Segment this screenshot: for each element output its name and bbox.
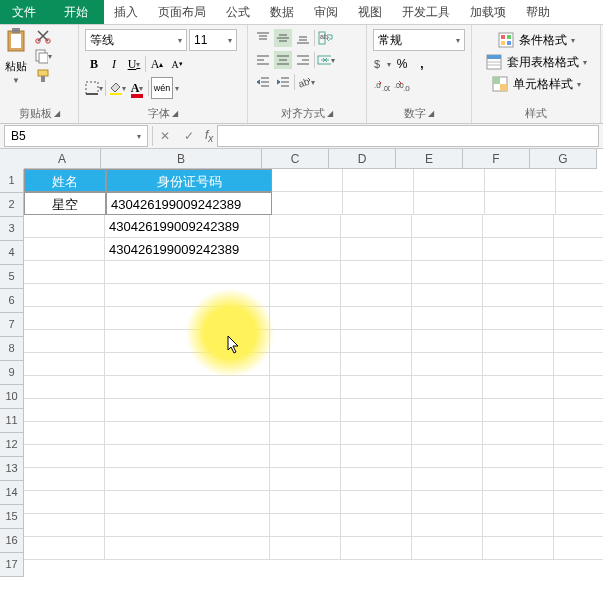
cell[interactable]	[24, 261, 105, 284]
cell[interactable]: 430426199009242389	[105, 215, 270, 238]
align-center-button[interactable]	[274, 51, 292, 69]
cell[interactable]: 430426199009242389	[106, 192, 272, 215]
cell[interactable]	[412, 422, 483, 445]
cell[interactable]	[341, 491, 412, 514]
cell[interactable]	[483, 261, 554, 284]
cell[interactable]	[24, 307, 105, 330]
cell[interactable]: 身份证号码	[106, 169, 272, 192]
cell[interactable]	[554, 422, 603, 445]
decrease-decimal-button[interactable]: .00.0	[393, 77, 411, 95]
cell[interactable]	[483, 445, 554, 468]
cell[interactable]	[341, 376, 412, 399]
cell[interactable]	[483, 307, 554, 330]
cell[interactable]	[341, 215, 412, 238]
cell[interactable]	[554, 284, 603, 307]
align-left-button[interactable]	[254, 51, 272, 69]
cell[interactable]	[105, 537, 270, 560]
cell[interactable]	[414, 169, 485, 192]
fx-icon[interactable]: fx	[201, 128, 217, 144]
cell[interactable]	[341, 307, 412, 330]
cell[interactable]	[412, 307, 483, 330]
row-header[interactable]: 2	[0, 193, 24, 217]
cell[interactable]	[412, 330, 483, 353]
row-header[interactable]: 16	[0, 529, 24, 553]
cell[interactable]	[483, 353, 554, 376]
cell[interactable]	[270, 238, 341, 261]
cell[interactable]	[341, 261, 412, 284]
cell[interactable]	[24, 399, 105, 422]
cell[interactable]	[105, 284, 270, 307]
cut-button[interactable]	[34, 27, 52, 45]
tab-data[interactable]: 数据	[260, 0, 304, 24]
cell[interactable]	[483, 215, 554, 238]
row-header[interactable]: 7	[0, 313, 24, 337]
column-header[interactable]: E	[396, 149, 463, 169]
cell[interactable]	[270, 514, 341, 537]
cell[interactable]	[483, 514, 554, 537]
cell[interactable]	[341, 468, 412, 491]
cell[interactable]	[483, 376, 554, 399]
number-launcher-icon[interactable]: ◢	[428, 109, 434, 118]
cell[interactable]	[270, 422, 341, 445]
cell[interactable]	[24, 514, 105, 537]
cell[interactable]	[341, 445, 412, 468]
cell[interactable]	[483, 284, 554, 307]
accounting-format-button[interactable]: $▾	[373, 55, 391, 73]
cell[interactable]	[485, 192, 556, 215]
cell[interactable]	[24, 238, 105, 261]
table-format-button[interactable]: 套用表格格式▾	[476, 51, 596, 73]
cell[interactable]	[412, 491, 483, 514]
conditional-format-button[interactable]: 条件格式▾	[476, 29, 596, 51]
cell[interactable]	[270, 353, 341, 376]
cell[interactable]	[554, 491, 603, 514]
row-header[interactable]: 3	[0, 217, 24, 241]
row-header[interactable]: 14	[0, 481, 24, 505]
cell[interactable]	[412, 261, 483, 284]
comma-button[interactable]: ,	[413, 55, 431, 73]
cell[interactable]	[24, 468, 105, 491]
cell[interactable]	[483, 238, 554, 261]
cell[interactable]	[554, 537, 603, 560]
row-header[interactable]: 17	[0, 553, 24, 577]
cell[interactable]	[554, 261, 603, 284]
column-header[interactable]: B	[101, 149, 262, 169]
cell[interactable]	[105, 261, 270, 284]
cell[interactable]	[270, 307, 341, 330]
row-header[interactable]: 8	[0, 337, 24, 361]
clipboard-launcher-icon[interactable]: ◢	[54, 109, 60, 118]
cell[interactable]	[270, 215, 341, 238]
cell[interactable]	[105, 353, 270, 376]
cell[interactable]	[24, 422, 105, 445]
column-header[interactable]: G	[530, 149, 597, 169]
cell[interactable]	[105, 376, 270, 399]
cell[interactable]	[341, 284, 412, 307]
row-header[interactable]: 5	[0, 265, 24, 289]
row-header[interactable]: 11	[0, 409, 24, 433]
cell[interactable]	[341, 537, 412, 560]
tab-layout[interactable]: 页面布局	[148, 0, 216, 24]
cell[interactable]	[556, 192, 603, 215]
shrink-font-button[interactable]: A▾	[168, 55, 186, 73]
align-top-button[interactable]	[254, 29, 272, 47]
cell[interactable]	[412, 445, 483, 468]
align-launcher-icon[interactable]: ◢	[327, 109, 333, 118]
cell[interactable]	[24, 376, 105, 399]
cell[interactable]	[270, 537, 341, 560]
cell[interactable]	[554, 376, 603, 399]
orientation-button[interactable]: ab▾	[297, 73, 315, 91]
cell[interactable]: 430426199009242389	[105, 238, 270, 261]
cell[interactable]	[554, 307, 603, 330]
cell[interactable]	[554, 468, 603, 491]
cell[interactable]	[24, 353, 105, 376]
cell[interactable]	[412, 284, 483, 307]
tab-home[interactable]: 开始	[48, 0, 104, 24]
grow-font-button[interactable]: A▴	[148, 55, 166, 73]
cell[interactable]	[554, 445, 603, 468]
italic-button[interactable]: I	[105, 55, 123, 73]
cell[interactable]	[105, 491, 270, 514]
row-header[interactable]: 12	[0, 433, 24, 457]
cell[interactable]	[105, 399, 270, 422]
cell[interactable]	[105, 330, 270, 353]
cell[interactable]	[343, 192, 414, 215]
cell[interactable]	[556, 169, 603, 192]
